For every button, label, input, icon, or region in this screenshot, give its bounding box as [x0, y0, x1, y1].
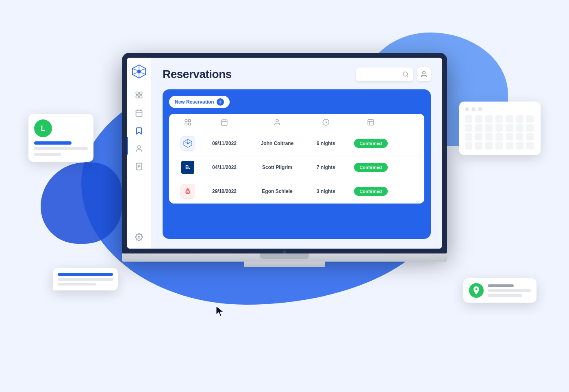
- search-box[interactable]: [356, 67, 413, 81]
- table-row[interactable]: 29/10/2022 Egon Schiele 3 nights Confirm…: [169, 179, 424, 204]
- svg-line-4: [141, 73, 146, 75]
- svg-line-3: [141, 69, 146, 71]
- col-source-icon: [184, 119, 191, 126]
- location-text: [488, 284, 531, 297]
- source-airbnb-icon: [180, 184, 195, 199]
- table-row[interactable]: B. 04/11/2022 Scott Pilgrim 7 nights Con…: [169, 156, 424, 179]
- laptop-device: Reservations: [122, 53, 447, 267]
- new-reservation-button[interactable]: New Reservation +: [169, 96, 230, 108]
- reservation-card: New Reservation +: [163, 89, 431, 239]
- svg-point-33: [276, 119, 278, 122]
- notif-line-3: [34, 153, 61, 156]
- chat-line-1: [58, 273, 113, 276]
- table-header: [169, 114, 424, 131]
- laptop-base: [122, 253, 447, 262]
- svg-rect-10: [136, 96, 138, 98]
- table-row[interactable]: 09/11/2022 John Coltrane 6 nights Confir…: [169, 131, 424, 156]
- svg-rect-35: [368, 119, 374, 125]
- row-nights-1: 6 nights: [317, 141, 335, 146]
- status-badge-2: Confirmed: [354, 163, 388, 172]
- svg-point-24: [423, 71, 425, 74]
- chat-content: [58, 273, 113, 286]
- svg-rect-27: [185, 123, 187, 125]
- row-guest-1: John Coltrane: [261, 141, 294, 146]
- source-booking-icon: B.: [181, 161, 194, 174]
- svg-point-39: [187, 143, 189, 144]
- user-icon: [420, 71, 428, 78]
- svg-line-7: [132, 69, 137, 71]
- col-guest-icon: [274, 119, 281, 126]
- header-actions: [356, 67, 431, 81]
- row-date-2: 04/11/2022: [212, 165, 237, 170]
- row-nights-3: 3 nights: [317, 188, 335, 194]
- svg-rect-11: [139, 96, 142, 98]
- bg-blob-left: [41, 162, 122, 244]
- svg-rect-8: [136, 92, 138, 95]
- sidebar-user-icon[interactable]: [134, 144, 144, 154]
- laptop-stand: [244, 262, 325, 267]
- svg-line-6: [132, 73, 137, 75]
- location-pin-icon: [469, 283, 484, 298]
- notification-content: [34, 141, 88, 156]
- search-icon: [402, 71, 409, 78]
- logo: [132, 64, 146, 79]
- main-content: Reservations: [151, 58, 442, 249]
- svg-point-21: [138, 236, 140, 238]
- sidebar-bookmark-icon[interactable]: [134, 126, 144, 136]
- row-nights-2: 7 nights: [317, 165, 335, 170]
- sidebar: [127, 58, 151, 249]
- active-indicator: [127, 137, 128, 155]
- svg-rect-26: [189, 119, 191, 121]
- calendar-card: [459, 102, 541, 155]
- camera: [283, 250, 286, 253]
- page-header: Reservations: [163, 67, 431, 81]
- location-card: [463, 278, 536, 303]
- chat-card: [53, 268, 118, 290]
- cal-dot-3: [478, 107, 482, 111]
- svg-point-43: [187, 192, 188, 193]
- chat-line-3: [58, 283, 96, 286]
- row-date-1: 09/11/2022: [212, 141, 237, 146]
- new-reservation-label: New Reservation: [175, 99, 214, 105]
- dashboard-icon[interactable]: [134, 90, 144, 100]
- laptop-screen-border: Reservations: [122, 53, 447, 253]
- laptop-notch: [260, 253, 309, 259]
- col-status-icon: [367, 119, 374, 126]
- svg-line-23: [407, 76, 408, 77]
- calendar-grid: [465, 115, 535, 149]
- svg-point-22: [403, 72, 408, 76]
- svg-rect-25: [185, 119, 187, 121]
- row-guest-2: Scott Pilgrim: [262, 165, 292, 170]
- user-button[interactable]: [417, 67, 431, 81]
- cal-dot-1: [465, 107, 469, 111]
- sidebar-document-icon[interactable]: [134, 162, 144, 171]
- svg-rect-28: [189, 123, 191, 125]
- reservations-table: 09/11/2022 John Coltrane 6 nights Confir…: [169, 114, 424, 204]
- svg-rect-12: [136, 110, 142, 116]
- col-date-icon: [221, 119, 228, 126]
- notif-line-1: [34, 141, 72, 145]
- row-date-3: 29/10/2022: [212, 188, 237, 194]
- page-title: Reservations: [163, 68, 232, 81]
- notif-line-2: [34, 147, 88, 150]
- col-nights-icon: [322, 119, 330, 126]
- status-badge-1: Confirmed: [354, 139, 388, 148]
- notification-card: L: [28, 114, 93, 162]
- plus-circle-icon: +: [217, 98, 224, 106]
- laptop-screen: Reservations: [127, 58, 442, 249]
- svg-rect-29: [222, 120, 227, 126]
- sidebar-settings-icon[interactable]: [134, 232, 144, 242]
- svg-point-16: [137, 146, 140, 149]
- cal-dot-2: [471, 107, 476, 111]
- status-badge-3: Confirmed: [354, 187, 388, 196]
- mouse-cursor: [215, 305, 225, 317]
- svg-line-41: [189, 142, 192, 143]
- camera-notch: [127, 249, 442, 253]
- source-ota-icon: [180, 136, 195, 151]
- sidebar-calendar-icon[interactable]: [134, 108, 144, 118]
- svg-rect-9: [139, 92, 142, 95]
- svg-point-1: [137, 70, 141, 74]
- calendar-header: [465, 107, 535, 111]
- notification-avatar: L: [34, 119, 52, 137]
- chat-line-2: [58, 278, 113, 281]
